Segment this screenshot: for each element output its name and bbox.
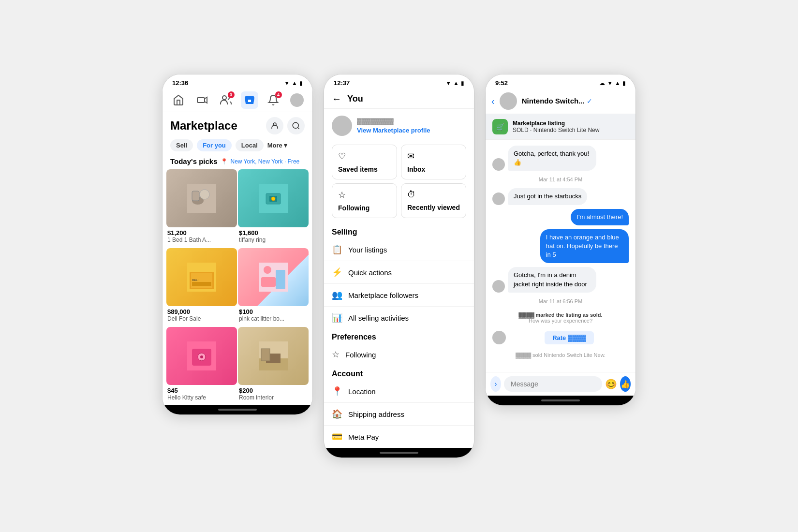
svg-point-5 xyxy=(293,122,298,128)
listing-item[interactable]: $1,600 tiffany ring xyxy=(238,169,309,247)
thumbs-up-icon: 👍 xyxy=(621,380,630,389)
recently-viewed-label: Recently viewed xyxy=(407,204,460,211)
profile-button[interactable] xyxy=(266,117,283,134)
your-listings-icon: 📋 xyxy=(332,244,342,255)
status-icons-2: ▼ ▲ ▮ xyxy=(445,80,464,87)
sender-avatar xyxy=(492,192,505,205)
home-indicator-1 xyxy=(218,409,257,411)
quick-actions-label: Quick actions xyxy=(348,268,392,277)
recently-viewed-card[interactable]: ⏱ Recently viewed xyxy=(401,183,466,218)
chat-avatar xyxy=(500,92,517,110)
listing-title: Room interior xyxy=(239,394,308,401)
all-selling-icon: 📊 xyxy=(332,312,342,323)
meta-pay-icon: 💳 xyxy=(332,431,342,442)
sold-system-message: ▓▓▓▓ sold Nintendo Switch Lite New. xyxy=(492,350,629,360)
status-bar-2: 12:37 ▼ ▲ ▮ xyxy=(324,74,474,89)
signal-icon: ▲ xyxy=(292,80,297,87)
message-bubble: Gotcha, I'm in a denim jacket right insi… xyxy=(508,267,596,292)
inbox-icon: ✉ xyxy=(407,151,460,162)
nav-avatar[interactable] xyxy=(288,91,306,109)
svg-rect-0 xyxy=(197,98,205,103)
listing-image xyxy=(166,169,237,227)
quick-actions-item[interactable]: ⚡ Quick actions xyxy=(324,261,474,284)
location-item[interactable]: 📍 Location xyxy=(324,380,474,403)
preferences-following-item[interactable]: ☆ Following xyxy=(324,343,474,366)
saved-items-card[interactable]: ♡ Saved items xyxy=(332,145,397,179)
status-bar-3: 9:52 ☁ ▼ ▲ ▮ xyxy=(486,74,635,89)
status-time-3: 9:52 xyxy=(495,79,508,87)
listing-item[interactable]: $1,200 1 Bed 1 Bath A... xyxy=(166,169,237,247)
following-label: Following xyxy=(338,204,391,212)
message-row: Just got in the starbucks xyxy=(492,188,629,205)
shipping-address-item[interactable]: 🏠 Shipping address xyxy=(324,403,474,426)
svg-marker-1 xyxy=(205,97,207,103)
marketplace-followers-item[interactable]: 👥 Marketplace followers xyxy=(324,284,474,307)
back-button-profile[interactable]: ← xyxy=(332,93,341,104)
nav-video-icon[interactable] xyxy=(193,91,211,109)
listing-price: $1,200 xyxy=(167,229,236,236)
view-profile-link[interactable]: View Marketplace profile xyxy=(357,127,430,134)
status-icons-1: ▼ ▲ ▮ xyxy=(284,80,303,87)
listing-info: $100 pink cat litter bo... xyxy=(238,306,309,326)
listing-item[interactable]: $100 pink cat litter bo... xyxy=(238,248,309,326)
expand-button[interactable]: › xyxy=(490,376,501,392)
meta-pay-item[interactable]: 💳 Meta Pay xyxy=(324,426,474,448)
listing-image xyxy=(238,169,309,227)
listing-title: Deli For Sale xyxy=(167,315,236,322)
all-selling-activities-item[interactable]: 📊 All selling activities xyxy=(324,307,474,329)
status-time-1: 12:36 xyxy=(172,79,188,87)
chat-content: ‹ Nintendo Switch... ✓ 🛒 Marketplace lis… xyxy=(486,89,635,396)
status-icons-3: ☁ ▼ ▲ ▮ xyxy=(599,80,626,87)
timestamp: Mar 11 at 6:56 PM xyxy=(492,298,629,304)
nav-people-icon[interactable]: 3 xyxy=(217,91,235,109)
pref-following-label: Following xyxy=(345,351,376,359)
chat-back-button[interactable]: ‹ xyxy=(491,96,495,107)
message-bubble: Gotcha, perfect, thank you! 👍 xyxy=(508,146,596,171)
listing-item[interactable]: $200 Room interior xyxy=(238,327,309,405)
emoji-button[interactable]: 😊 xyxy=(605,378,617,390)
inbox-card[interactable]: ✉ Inbox xyxy=(401,145,466,179)
listing-info: $200 Room interior xyxy=(238,385,309,405)
tab-for-you[interactable]: For you xyxy=(197,139,232,151)
profile-user-info: ▓▓▓▓▓▓▓▓ View Marketplace profile xyxy=(357,118,430,134)
listing-item[interactable]: $45 Hello Kitty safe xyxy=(166,327,237,405)
listing-title: pink cat litter bo... xyxy=(239,315,308,322)
svg-rect-9 xyxy=(192,191,199,201)
signal-icon-2: ▲ xyxy=(453,80,459,87)
tab-sell[interactable]: Sell xyxy=(170,139,193,151)
tab-local[interactable]: Local xyxy=(236,139,264,151)
listing-title: 1 Bed 1 Bath A... xyxy=(167,236,236,243)
nav-marketplace-icon[interactable] xyxy=(241,91,258,109)
profile-user-row: ▓▓▓▓▓▓▓▓ View Marketplace profile xyxy=(324,109,474,139)
svg-rect-21 xyxy=(261,277,276,287)
tab-more[interactable]: More ▾ xyxy=(267,142,288,149)
message-bubble: Just got in the starbucks xyxy=(508,188,587,205)
svg-rect-31 xyxy=(261,349,270,361)
search-button[interactable] xyxy=(287,117,305,134)
tab-bar: Sell For you Local More ▾ xyxy=(163,136,312,155)
listing-image: DELI xyxy=(166,248,237,306)
following-card[interactable]: ☆ Following xyxy=(332,183,397,218)
svg-point-27 xyxy=(200,355,203,358)
meta-pay-label: Meta Pay xyxy=(348,433,379,441)
rate-button[interactable]: Rate ▓▓▓▓ xyxy=(545,331,594,344)
like-button[interactable]: 👍 xyxy=(620,376,631,392)
your-listings-item[interactable]: 📋 Your listings xyxy=(324,238,474,261)
nav-home-icon[interactable] xyxy=(170,91,187,109)
listing-title: tiffany ring xyxy=(239,236,308,243)
bottom-bar-2 xyxy=(324,448,474,458)
profile-content: ← You ▓▓▓▓▓▓▓▓ View Marketplace profile … xyxy=(324,89,474,448)
inbox-label: Inbox xyxy=(407,165,460,173)
selling-section-label: Selling xyxy=(324,224,474,238)
svg-point-23 xyxy=(264,266,271,274)
sender-avatar xyxy=(492,280,505,293)
nav-bell-icon[interactable]: 4 xyxy=(265,91,282,109)
wifi-icon-2: ▼ xyxy=(445,80,451,87)
phone-frame-profile: 12:37 ▼ ▲ ▮ ← You ▓▓▓▓▓▓▓▓ View Marketpl… xyxy=(324,74,474,458)
cloud-icon: ☁ xyxy=(599,80,605,87)
listing-item[interactable]: DELI $89,000 Deli For Sale xyxy=(166,248,237,326)
chat-input-bar: › 😊 👍 xyxy=(486,372,635,396)
listing-price: $1,600 xyxy=(239,229,308,236)
nav-bar: 3 4 xyxy=(163,89,312,112)
message-input[interactable] xyxy=(504,376,602,392)
